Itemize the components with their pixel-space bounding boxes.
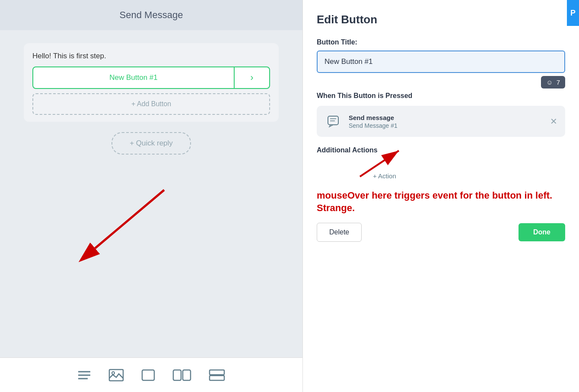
svg-rect-9 [183,370,191,380]
svg-rect-7 [142,370,154,380]
send-message-header: Send Message [0,0,302,30]
svg-rect-5 [109,370,123,381]
when-pressed-section: When This Button is Pressed Send message… [317,92,565,214]
action-card: Send message Send Message #1 ✕ [317,106,565,137]
edit-panel-title: Edit Button [317,13,565,26]
when-pressed-label: When This Button is Pressed [317,92,565,100]
blue-tab[interactable]: P [567,0,579,26]
svg-line-1 [95,190,164,248]
toolbar-card-icon[interactable] [141,369,155,381]
bottom-toolbar [0,357,302,392]
annotation-text: mouseOver here triggers event for the bu… [317,190,565,214]
toolbar-cards-icon[interactable] [172,369,191,381]
quick-reply-button[interactable]: + Quick reply [111,132,191,155]
button-title-label: Button Title: [317,38,565,46]
action-close-button[interactable]: ✕ [550,116,557,126]
edit-panel: Edit Button Button Title: ☺ 7 When This … [302,0,579,392]
toolbar-text-icon[interactable] [77,369,91,381]
message-card: Hello! This is first step. New Button #1… [24,43,279,122]
action-name: Send Message #1 [349,122,543,129]
svg-rect-8 [173,370,181,380]
done-button[interactable]: Done [519,223,565,241]
add-button[interactable]: + Add Button [32,93,270,115]
message-text: Hello! This is first step. [32,52,270,60]
canvas-area: Send Message Hello! This is first step. … [0,0,302,392]
send-message-icon [324,113,342,130]
button-arrow-icon[interactable]: › [235,67,269,88]
delete-button[interactable]: Delete [317,223,362,242]
new-button-label: New Button #1 [33,67,235,88]
svg-point-6 [112,372,115,374]
toolbar-image-icon[interactable] [108,369,124,382]
quick-reply-section: + Quick reply [111,132,191,155]
button-title-input[interactable] [317,51,565,73]
action-info: Send message Send Message #1 [349,114,543,129]
action-type: Send message [349,114,543,121]
toolbar-split-icon[interactable] [209,369,225,381]
emoji-icon: ☺ [546,79,553,86]
svg-rect-12 [328,116,338,125]
add-action-button[interactable]: + Action [373,172,396,180]
new-button-row[interactable]: New Button #1 › [32,66,270,89]
footer-buttons: Delete Done [317,223,565,242]
svg-rect-10 [210,370,224,375]
annotation-arrow [52,168,190,307]
title-input-wrapper: ☺ 7 [317,51,565,73]
svg-rect-11 [210,376,224,380]
char-counter: ☺ 7 [541,76,565,89]
